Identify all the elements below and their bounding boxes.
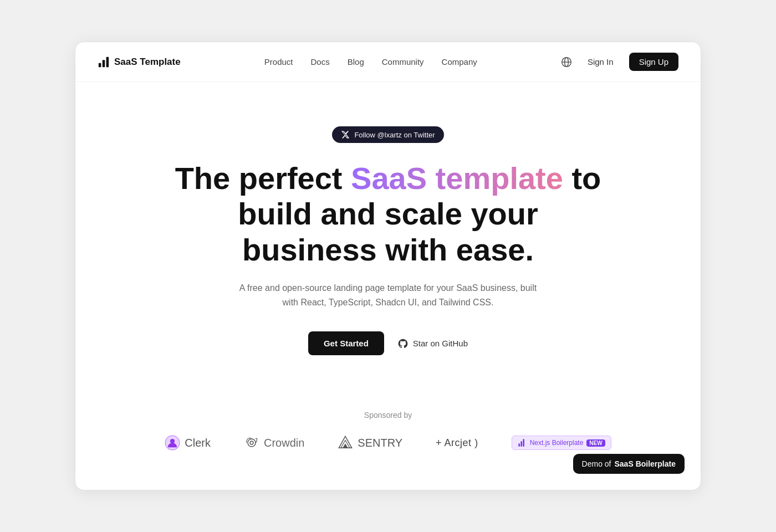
- logo-text: SaaS Template: [114, 57, 181, 68]
- sponsors-label: Sponsored by: [364, 411, 412, 420]
- clerk-label: Clerk: [185, 437, 211, 449]
- nextjs-badge: NEW: [586, 439, 605, 447]
- nextjs-boilerplate-icon: [518, 438, 527, 447]
- browser-window: SaaS Template Product Docs Blog Communit…: [75, 42, 701, 490]
- sponsor-arcjet[interactable]: + Arcjet ): [436, 437, 478, 449]
- github-btn-label: Star on GitHub: [413, 339, 468, 348]
- nav-blog[interactable]: Blog: [348, 57, 364, 66]
- hero-buttons: Get Started Star on GitHub: [308, 331, 468, 355]
- clerk-icon: [165, 435, 180, 451]
- svg-rect-15: [523, 439, 524, 447]
- svg-rect-14: [520, 442, 522, 447]
- svg-rect-2: [106, 57, 109, 66]
- sponsor-crowdin[interactable]: Crowdin: [244, 435, 304, 451]
- sentry-icon: [338, 435, 353, 451]
- hero-subtitle: A free and open-source landing page temp…: [233, 281, 543, 309]
- sign-in-button[interactable]: Sign In: [581, 54, 620, 70]
- twitter-badge[interactable]: Follow @lxartz on Twitter: [332, 126, 443, 143]
- sponsors-logos: Clerk Crowdin: [98, 435, 678, 451]
- nav-company[interactable]: Company: [442, 57, 477, 66]
- nav-actions: Sign In Sign Up: [561, 53, 678, 71]
- nav-product[interactable]: Product: [264, 57, 293, 66]
- hero-title: The perfect SaaS template to build and s…: [172, 161, 604, 268]
- navbar: SaaS Template Product Docs Blog Communit…: [75, 42, 701, 82]
- nav-links: Product Docs Blog Community Company: [264, 57, 477, 66]
- nav-community[interactable]: Community: [382, 57, 424, 66]
- logo-icon: [98, 56, 110, 68]
- svg-rect-0: [99, 63, 101, 66]
- github-button[interactable]: Star on GitHub: [397, 338, 468, 349]
- globe-icon[interactable]: [561, 57, 572, 68]
- sponsor-sentry[interactable]: SENTRY: [338, 435, 402, 451]
- demo-badge[interactable]: Demo of SaaS Boilerplate: [573, 454, 685, 474]
- svg-marker-12: [343, 444, 348, 448]
- demo-badge-text-bold: SaaS Boilerplate: [615, 459, 676, 468]
- sentry-label: SENTRY: [358, 437, 402, 449]
- twitter-icon: [341, 130, 350, 139]
- sponsor-clerk[interactable]: Clerk: [165, 435, 211, 451]
- svg-rect-13: [518, 444, 520, 447]
- arcjet-label: + Arcjet ): [436, 437, 478, 449]
- svg-rect-1: [103, 60, 105, 67]
- get-started-button[interactable]: Get Started: [308, 331, 384, 355]
- hero-title-gradient: SaaS template: [351, 161, 563, 196]
- logo[interactable]: SaaS Template: [98, 56, 181, 68]
- sign-up-button[interactable]: Sign Up: [629, 53, 678, 71]
- nav-docs[interactable]: Docs: [311, 57, 330, 66]
- main-content: Follow @lxartz on Twitter The perfect Sa…: [75, 82, 701, 490]
- hero-title-before: The perfect: [175, 161, 351, 196]
- sponsor-nextjs[interactable]: Next.js Boilerplate NEW: [512, 436, 611, 450]
- crowdin-label: Crowdin: [264, 437, 304, 449]
- twitter-badge-text: Follow @lxartz on Twitter: [354, 131, 435, 139]
- svg-point-7: [170, 439, 175, 443]
- svg-point-9: [250, 441, 253, 444]
- crowdin-icon: [244, 435, 259, 451]
- nextjs-label: Next.js Boilerplate: [530, 439, 584, 447]
- github-icon: [397, 338, 409, 349]
- demo-badge-text-before: Demo of: [582, 459, 611, 468]
- svg-point-8: [248, 439, 256, 447]
